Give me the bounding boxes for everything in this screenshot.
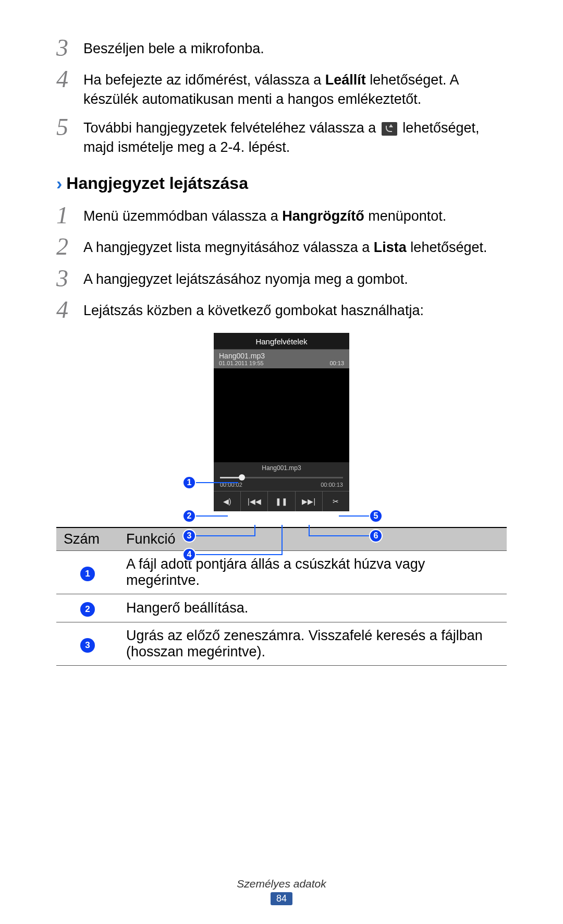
table-num-cell: 3 (56, 622, 119, 666)
callout-line (309, 525, 310, 536)
table-head-num: Szám (56, 527, 119, 551)
page-number: 84 (271, 892, 292, 905)
step-3: 3 Beszéljen bele a mikrofonba. (56, 35, 507, 61)
volume-icon: ◀) (214, 491, 241, 511)
callout-line (282, 525, 283, 555)
text-bold: Hangrögzítő (282, 208, 364, 224)
callout-line (309, 535, 370, 536)
table-row: 3 Ugrás az előző zeneszámra. Visszafelé … (56, 622, 507, 666)
phone-file-row: Hang001.mp3 01.01.2011 19:55 00:13 (214, 349, 349, 368)
callout-1: 1 (182, 476, 196, 489)
step-4: 4 Ha befejezte az időmérést, válassza a … (56, 67, 507, 109)
table-row: 2 Hangerő beállítása. (56, 594, 507, 622)
play-step-3: 3 A hangjegyzet lejátszásához nyomja meg… (56, 266, 507, 291)
phone-screen: Hangfelvételek Hang001.mp3 01.01.2011 19… (214, 333, 349, 511)
callout-line (339, 515, 370, 517)
step-text: Menü üzemmódban válassza a Hangrögzítő m… (83, 203, 446, 225)
slider-knob (239, 474, 245, 481)
circle-num-3: 3 (80, 638, 95, 653)
table-head-func: Funkció (119, 527, 507, 551)
step-number: 3 (56, 35, 83, 61)
table-func-cell: A fájl adott pontjára állás a csúszkát h… (119, 551, 507, 594)
footer-section-label: Személyes adatok (0, 878, 563, 890)
step-text: Ha befejezte az időmérést, válassza a Le… (83, 67, 507, 109)
pause-icon: ❚❚ (268, 491, 295, 511)
text-bold: Lista (374, 239, 407, 255)
phone-file-name: Hang001.mp3 (219, 352, 344, 360)
circle-num-1: 1 (80, 567, 95, 581)
phone-illustration: Hangfelvételek Hang001.mp3 01.01.2011 19… (136, 333, 427, 511)
phone-file-date: 01.01.2011 19:55 (219, 360, 264, 366)
text-post: lehetőséget. (407, 239, 487, 255)
callout-line (254, 525, 255, 536)
trim-icon: ✂ (323, 491, 349, 511)
table-num-cell: 2 (56, 594, 119, 622)
callout-2: 2 (182, 509, 196, 523)
table-row: 1 A fájl adott pontjára állás a csúszkát… (56, 551, 507, 594)
phone-now-playing: Hang001.mp3 (214, 462, 349, 474)
phone-file-meta: 01.01.2011 19:55 00:13 (219, 360, 344, 366)
phone-controls: ◀) |◀◀ ❚❚ ▶▶| ✂ (214, 491, 349, 511)
step-text: További hangjegyzetek felvételéhez válas… (83, 115, 507, 157)
callout-line (195, 554, 283, 555)
table-func-cell: Ugrás az előző zeneszámra. Visszafelé ke… (119, 622, 507, 666)
text-bold: Leállít (325, 72, 366, 88)
page-footer: Személyes adatok 84 (0, 878, 563, 905)
circle-num-2: 2 (80, 602, 95, 617)
callout-line (195, 515, 228, 517)
play-step-4: 4 Lejátszás közben a következő gombokat … (56, 297, 507, 322)
slider-track (220, 477, 343, 478)
step-number: 1 (56, 203, 83, 228)
step-text: A hangjegyzet lista megnyitásához válass… (83, 234, 487, 257)
table-func-cell: Hangerő beállítása. (119, 594, 507, 622)
text-pre: Menü üzemmódban válassza a (83, 208, 282, 224)
callout-5: 5 (369, 509, 383, 523)
step-number: 4 (56, 67, 83, 92)
phone-timecodes: 00:00:02 00:00:13 (214, 479, 349, 491)
step-text: A hangjegyzet lejátszásához nyomja meg a… (83, 266, 408, 289)
text-post: menüpontot. (364, 208, 447, 224)
callout-line (195, 535, 255, 536)
section-title: Hangjegyzet lejátszása (66, 174, 248, 193)
text-pre: További hangjegyzetek felvételéhez válas… (83, 120, 380, 136)
phone-list-area (214, 368, 349, 462)
text-pre: A hangjegyzet lista megnyitásához válass… (83, 239, 374, 255)
step-5: 5 További hangjegyzetek felvételéhez vál… (56, 115, 507, 157)
section-heading: › Hangjegyzet lejátszása (56, 173, 507, 194)
text-pre: Ha befejezte az időmérést, válassza a (83, 72, 325, 88)
play-step-2: 2 A hangjegyzet lista megnyitásához vála… (56, 234, 507, 259)
prev-icon: |◀◀ (241, 491, 268, 511)
step-number: 3 (56, 266, 83, 291)
chevron-icon: › (56, 173, 62, 194)
phone-total: 00:00:13 (321, 482, 343, 488)
table-num-cell: 1 (56, 551, 119, 594)
callout-line (195, 482, 238, 483)
record-again-icon (382, 122, 397, 136)
play-step-1: 1 Menü üzemmódban válassza a Hangrögzítő… (56, 203, 507, 228)
phone-title: Hangfelvételek (214, 333, 349, 349)
step-number: 2 (56, 234, 83, 259)
step-number: 5 (56, 115, 83, 140)
step-number: 4 (56, 297, 83, 322)
step-text: Lejátszás közben a következő gombokat ha… (83, 297, 424, 320)
phone-progress-slider (214, 474, 349, 479)
phone-file-duration: 00:13 (329, 360, 344, 366)
next-icon: ▶▶| (296, 491, 323, 511)
step-text: Beszéljen bele a mikrofonba. (83, 35, 264, 58)
